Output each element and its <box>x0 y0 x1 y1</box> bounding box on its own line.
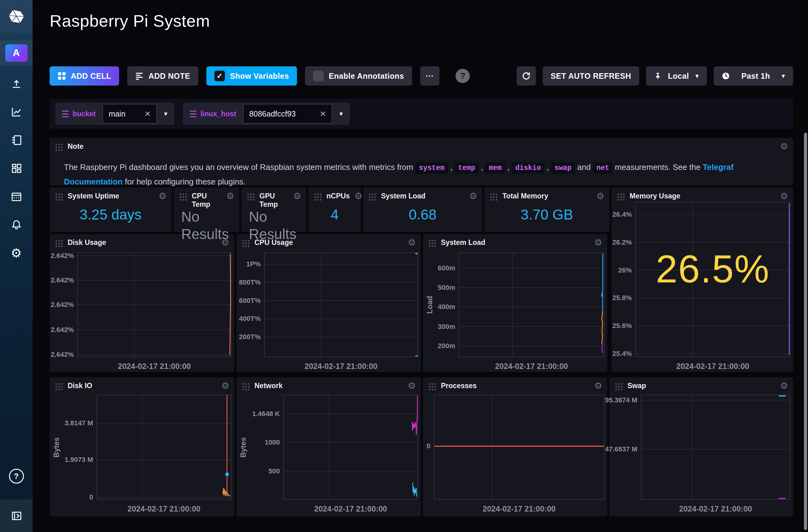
drag-handle-icon[interactable] <box>313 192 322 201</box>
influxdb-logo[interactable] <box>0 0 33 33</box>
sidebar-expand-button[interactable] <box>0 499 33 532</box>
sidebar-item-alerts[interactable] <box>0 210 33 239</box>
variable-value-input[interactable]: 8086adfccf93 ✕ <box>243 104 332 124</box>
chart-plot[interactable] <box>459 253 604 357</box>
y-axis-tick: 1P% <box>246 260 261 269</box>
grid-icon <box>58 72 66 80</box>
panel-title: Total Memory <box>502 192 548 200</box>
enable-annotations-toggle[interactable]: Enable Annotations <box>305 66 412 86</box>
checkbox-checked-icon[interactable]: ✓ <box>215 71 225 81</box>
variable-drag-handle[interactable]: linux_host <box>183 102 243 125</box>
sidebar-item-data-explorer[interactable] <box>0 98 33 126</box>
drag-handle-icon[interactable] <box>617 192 625 201</box>
dashboard-help-button[interactable]: ? <box>456 69 470 83</box>
drag-handle-icon[interactable] <box>428 239 436 247</box>
panel-title: System Uptime <box>68 192 119 200</box>
stat-value: 3.70 GB <box>484 206 609 223</box>
variable-value-input[interactable]: main ✕ <box>103 104 157 124</box>
time-range-dropdown[interactable]: Past 1h ▾ <box>714 66 793 86</box>
org-avatar[interactable]: A <box>5 44 27 62</box>
sidebar-item-notebooks[interactable] <box>0 126 33 154</box>
drag-handle-icon[interactable] <box>241 382 250 390</box>
panel-title: System Load <box>381 192 425 200</box>
gear-icon[interactable]: ⚙ <box>226 192 234 200</box>
clear-icon[interactable]: ✕ <box>319 110 326 118</box>
gear-icon[interactable]: ⚙ <box>780 142 788 151</box>
gear-icon[interactable]: ⚙ <box>596 192 604 200</box>
add-note-label: ADD NOTE <box>148 72 190 81</box>
drag-handle-icon[interactable] <box>55 192 63 201</box>
gear-icon[interactable]: ⚙ <box>221 382 229 390</box>
add-note-button[interactable]: ADD NOTE <box>127 66 198 86</box>
y-axis-tick: 26.4% <box>612 210 632 219</box>
sidebar-item-settings[interactable]: ⚙ <box>0 239 33 267</box>
set-auto-refresh-button[interactable]: SET AUTO REFRESH <box>543 66 639 86</box>
chart-plot[interactable] <box>434 395 604 499</box>
variable-value: 8086adfccf93 <box>249 110 296 118</box>
chart-plot[interactable] <box>641 395 790 499</box>
data-point-dot <box>225 473 229 476</box>
drag-handle-icon[interactable] <box>428 382 436 390</box>
gear-icon[interactable]: ⚙ <box>594 382 602 390</box>
variable-dropdown-button[interactable]: ▾ <box>332 102 350 125</box>
gear-icon[interactable]: ⚙ <box>780 382 788 390</box>
series-line <box>602 312 603 343</box>
gear-icon[interactable]: ⚙ <box>221 239 229 247</box>
clear-icon[interactable]: ✕ <box>144 110 151 118</box>
measurement-tag: mem <box>485 163 505 174</box>
drag-handle-icon[interactable] <box>368 192 377 201</box>
chart-plot[interactable] <box>97 395 231 499</box>
more-options-button[interactable]: ··· <box>420 66 439 86</box>
y-axis-tick: 600T% <box>239 296 261 305</box>
calendar-icon <box>10 190 23 203</box>
checkbox-unchecked-icon[interactable] <box>313 71 324 81</box>
drag-handle-icon[interactable] <box>241 239 250 247</box>
variable-dropdown-button[interactable]: ▾ <box>157 102 175 125</box>
chart-panel-processes: Processes⚙02024-02-17 21:00:00 <box>423 377 607 516</box>
chart-plot[interactable] <box>77 253 231 357</box>
panel-title: CPU Temp <box>192 192 222 209</box>
drag-handle-icon[interactable] <box>489 192 498 201</box>
drag-handle-icon[interactable] <box>55 382 63 390</box>
gear-icon[interactable]: ⚙ <box>408 239 416 247</box>
measurement-tag: temp <box>455 163 478 174</box>
note-text: and <box>575 163 593 172</box>
drag-handle-icon[interactable] <box>179 192 187 201</box>
y-axis-tick: 25.8% <box>612 293 632 303</box>
chart-plot[interactable] <box>264 253 418 357</box>
sidebar: A <box>0 0 33 532</box>
drag-handle-icon[interactable] <box>55 239 63 247</box>
variable-control: bucket main ✕ ▾ <box>55 102 175 125</box>
gear-icon[interactable]: ⚙ <box>408 382 416 390</box>
y-axis-tick: 2.642% <box>51 251 74 261</box>
sidebar-item-help[interactable]: ? <box>0 469 33 483</box>
timezone-dropdown[interactable]: Local ▾ <box>646 66 707 86</box>
gear-icon[interactable]: ⚙ <box>780 192 788 200</box>
sidebar-item-upload[interactable] <box>0 70 33 98</box>
x-axis-label: 2024-02-17 21:00:00 <box>283 505 418 513</box>
stat-panel-total-memory: Total Memory⚙3.70 GB <box>484 188 609 232</box>
y-axis-tick: 25.4% <box>612 349 632 358</box>
gear-icon[interactable]: ⚙ <box>354 192 363 200</box>
show-variables-toggle[interactable]: ✓ Show Variables <box>206 66 297 86</box>
y-axis-label: Bytes <box>50 395 63 499</box>
chart-plot[interactable] <box>283 395 418 499</box>
sidebar-item-dashboards[interactable] <box>0 154 33 182</box>
influxdb-dashboard-screen: A <box>0 0 808 532</box>
drag-handle-icon[interactable] <box>246 192 255 201</box>
scrollbar[interactable] <box>804 133 807 530</box>
panel-title: System Load <box>441 239 485 247</box>
panel-title: CPU Usage <box>254 239 293 247</box>
drag-handle-icon[interactable] <box>614 382 623 390</box>
refresh-button[interactable] <box>517 66 536 86</box>
variable-drag-handle[interactable]: bucket <box>55 102 103 125</box>
panel-title: Processes <box>441 382 477 390</box>
gear-icon[interactable]: ⚙ <box>594 239 602 247</box>
gear-icon[interactable]: ⚙ <box>159 192 167 200</box>
stat-panel-ncpus: nCPUs⚙4 <box>308 188 361 232</box>
add-cell-button[interactable]: ADD CELL <box>50 66 119 86</box>
gear-icon[interactable]: ⚙ <box>293 192 301 200</box>
gear-icon[interactable]: ⚙ <box>469 192 477 200</box>
sidebar-item-tasks[interactable] <box>0 182 33 210</box>
drag-handle-icon[interactable] <box>55 142 63 151</box>
